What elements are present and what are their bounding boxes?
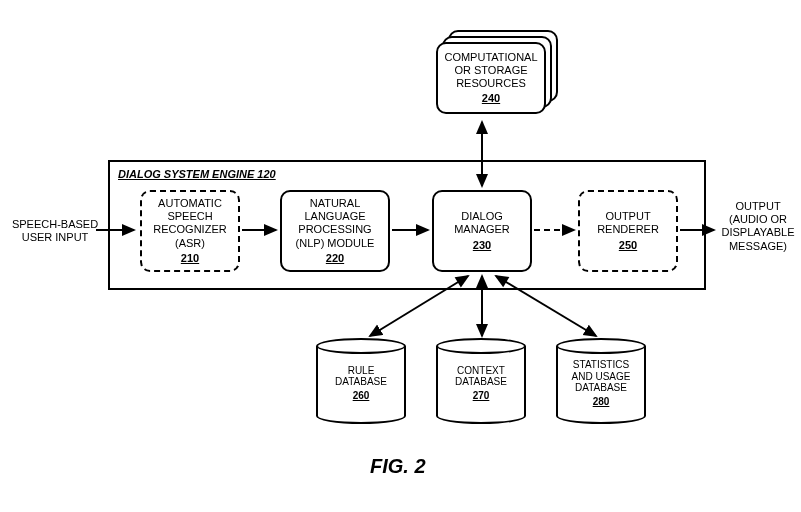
- asr-title: AUTOMATIC SPEECH RECOGNIZER (ASR): [153, 197, 226, 250]
- resources-num: 240: [482, 92, 500, 105]
- asr-num: 210: [181, 252, 199, 265]
- stats-db: STATISTICS AND USAGE DATABASE 280: [556, 338, 646, 424]
- context-db: CONTEXT DATABASE 270: [436, 338, 526, 424]
- dialog-num: 230: [473, 239, 491, 252]
- engine-title: DIALOG SYSTEM ENGINE 120: [118, 168, 276, 180]
- figure-label: FIG. 2: [370, 455, 426, 478]
- renderer-box: OUTPUT RENDERER 250: [578, 190, 678, 272]
- stats-db-title: STATISTICS AND USAGE DATABASE: [572, 359, 631, 394]
- rule-db-num: 260: [353, 390, 370, 402]
- rule-db-title: RULE DATABASE: [335, 365, 387, 388]
- context-db-num: 270: [473, 390, 490, 402]
- nlp-box: NATURAL LANGUAGE PROCESSING (NLP) MODULE…: [280, 190, 390, 272]
- renderer-title: OUTPUT RENDERER: [597, 210, 659, 236]
- renderer-num: 250: [619, 239, 637, 252]
- rule-db: RULE DATABASE 260: [316, 338, 406, 424]
- dialog-box: DIALOG MANAGER 230: [432, 190, 532, 272]
- nlp-num: 220: [326, 252, 344, 265]
- resources-box: COMPUTATIONAL OR STORAGE RESOURCES 240: [436, 42, 546, 114]
- context-db-title: CONTEXT DATABASE: [455, 365, 507, 388]
- output-label: OUTPUT (AUDIO OR DISPLAYABLE MESSAGE): [716, 200, 800, 253]
- resources-title: COMPUTATIONAL OR STORAGE RESOURCES: [444, 51, 537, 91]
- stats-db-num: 280: [593, 396, 610, 408]
- dialog-title: DIALOG MANAGER: [454, 210, 510, 236]
- nlp-title: NATURAL LANGUAGE PROCESSING (NLP) MODULE: [296, 197, 375, 250]
- input-label: SPEECH-BASED USER INPUT: [10, 218, 100, 244]
- asr-box: AUTOMATIC SPEECH RECOGNIZER (ASR) 210: [140, 190, 240, 272]
